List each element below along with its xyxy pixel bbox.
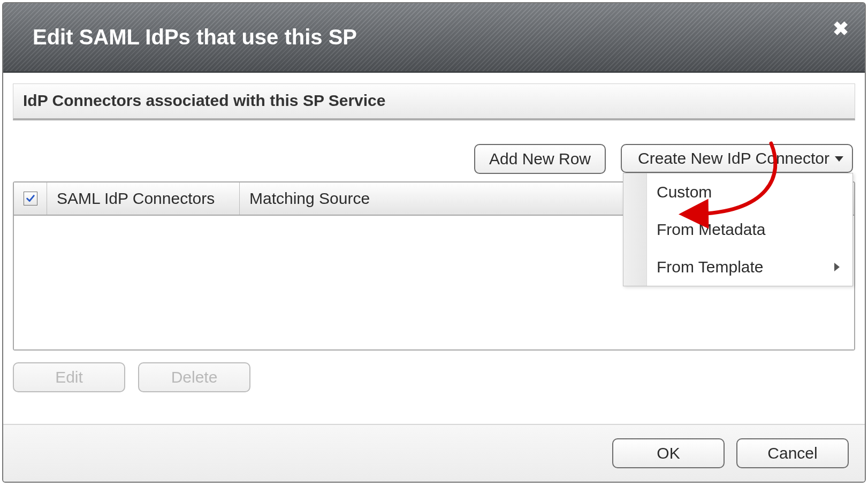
delete-button[interactable]: Delete <box>138 362 250 392</box>
ok-button[interactable]: OK <box>612 438 725 468</box>
dialog-body: IdP Connectors associated with this SP S… <box>3 73 865 424</box>
submenu-arrow-icon <box>834 263 840 271</box>
create-new-idp-connector-label: Create New IdP Connector <box>638 149 829 168</box>
menu-item-label: From Metadata <box>657 220 765 239</box>
menu-item-custom[interactable]: Custom <box>623 173 852 211</box>
cancel-button[interactable]: Cancel <box>736 438 849 468</box>
menu-item-label: Custom <box>657 183 712 201</box>
menu-item-from-template[interactable]: From Template <box>623 248 852 286</box>
select-all-header <box>14 182 47 215</box>
checkmark-icon <box>26 194 35 203</box>
toolbar: Add New Row Create New IdP Connector Cus… <box>13 144 855 174</box>
close-icon[interactable]: ✖ <box>833 19 849 39</box>
dialog-title: Edit SAML IdPs that use this SP <box>3 25 357 49</box>
edit-button[interactable]: Edit <box>13 362 125 392</box>
create-new-idp-connector-button[interactable]: Create New IdP Connector <box>621 144 853 173</box>
column-header-saml-idp-connectors[interactable]: SAML IdP Connectors <box>47 182 240 215</box>
section-header: IdP Connectors associated with this SP S… <box>13 83 855 120</box>
chevron-down-icon <box>835 156 843 162</box>
add-new-row-button[interactable]: Add New Row <box>474 144 606 174</box>
menu-item-label: From Template <box>657 258 764 276</box>
dialog-footer: OK Cancel <box>3 424 865 482</box>
create-idp-dropdown-menu: Custom From Metadata From Template <box>623 173 853 286</box>
menu-item-from-metadata[interactable]: From Metadata <box>623 211 852 248</box>
table-actions: Edit Delete <box>13 362 855 392</box>
dialog-header: Edit SAML IdPs that use this SP ✖ <box>3 3 865 73</box>
select-all-checkbox[interactable] <box>24 192 37 206</box>
create-idp-dropdown-wrap: Create New IdP Connector Custom From Met… <box>621 144 853 174</box>
dialog: Edit SAML IdPs that use this SP ✖ IdP Co… <box>2 2 866 483</box>
